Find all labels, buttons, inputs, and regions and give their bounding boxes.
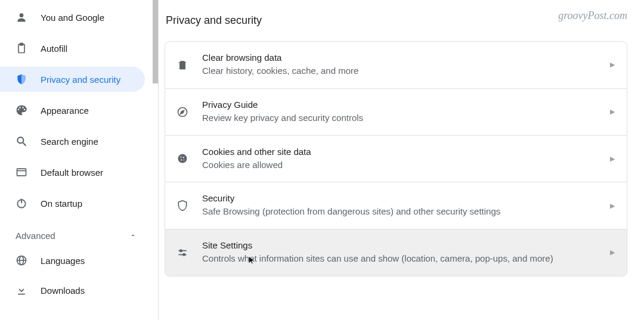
row-desc: Controls what information sites can use … [202, 252, 603, 265]
svg-line-4 [23, 143, 26, 146]
chevron-right-icon: ▶ [610, 155, 615, 163]
row-title: Clear browsing data [202, 52, 603, 63]
sidebar-item-label: Autofill [41, 44, 67, 54]
sidebar-item-privacy-security[interactable]: Privacy and security [0, 67, 145, 92]
sidebar-item-label: Languages [41, 256, 85, 266]
palette-icon [16, 104, 27, 116]
globe-icon [16, 254, 27, 266]
browser-icon [16, 166, 27, 178]
sidebar-item-label: On startup [41, 198, 82, 209]
main-content: groovyPost.com Privacy and security Clea… [159, 0, 644, 320]
row-desc: Review key privacy and security controls [202, 111, 603, 125]
sidebar-item-appearance[interactable]: Appearance [0, 98, 145, 123]
row-text: Security Safe Browsing (protection from … [202, 193, 603, 218]
row-clear-browsing-data[interactable]: Clear browsing data Clear history, cooki… [165, 42, 627, 89]
advanced-label: Advanced [16, 231, 55, 241]
row-cookies[interactable]: Cookies and other site data Cookies are … [165, 136, 627, 183]
svg-point-15 [183, 157, 184, 159]
row-text: Site Settings Controls what information … [202, 240, 603, 265]
row-site-settings[interactable]: Site Settings Controls what information … [165, 229, 627, 276]
sidebar-item-label: Default browser [41, 167, 103, 178]
svg-point-21 [183, 254, 185, 256]
chevron-right-icon: ▶ [610, 248, 615, 256]
sliders-icon [176, 246, 189, 259]
svg-point-13 [178, 154, 187, 163]
svg-rect-2 [20, 44, 23, 45]
svg-point-3 [17, 137, 23, 143]
row-text: Privacy Guide Review key privacy and sec… [202, 100, 603, 125]
sidebar-item-languages[interactable]: Languages [0, 248, 158, 273]
row-desc: Clear history, cookies, cache, and more [202, 64, 603, 77]
svg-point-17 [184, 160, 185, 161]
row-security[interactable]: Security Safe Browsing (protection from … [165, 182, 627, 229]
svg-point-16 [181, 160, 182, 161]
svg-point-14 [180, 157, 181, 158]
svg-rect-5 [17, 169, 26, 176]
row-privacy-guide[interactable]: Privacy Guide Review key privacy and sec… [165, 89, 627, 136]
clipboard-icon [16, 42, 27, 54]
search-icon [16, 135, 27, 147]
chevron-right-icon: ▶ [610, 61, 615, 69]
row-desc: Safe Browsing (protection from dangerous… [202, 205, 603, 218]
sidebar-item-label: You and Google [41, 13, 104, 23]
row-title: Site Settings [202, 240, 603, 250]
scrollbar-thumb[interactable] [153, 0, 158, 83]
chevron-up-icon [129, 232, 137, 239]
sidebar-item-autofill[interactable]: Autofill [0, 36, 145, 61]
chevron-right-icon: ▶ [610, 108, 615, 116]
person-icon [16, 11, 27, 23]
row-title: Privacy Guide [202, 100, 603, 110]
shield-icon [16, 73, 27, 85]
sidebar-item-label: Privacy and security [41, 74, 120, 85]
trash-icon [176, 58, 189, 72]
cookie-icon [176, 152, 189, 165]
sidebar-item-on-startup[interactable]: On startup [0, 191, 145, 216]
shield-outline-icon [176, 199, 189, 212]
row-text: Clear browsing data Clear history, cooki… [202, 52, 603, 77]
watermark: groovyPost.com [558, 10, 627, 22]
chevron-right-icon: ▶ [610, 202, 615, 210]
row-title: Cookies and other site data [202, 147, 603, 157]
sidebar-item-default-browser[interactable]: Default browser [0, 160, 145, 185]
download-icon [16, 284, 27, 296]
sidebar-item-downloads[interactable]: Downloads [0, 278, 158, 303]
advanced-section-toggle[interactable]: Advanced [0, 223, 158, 248]
compass-icon [176, 105, 189, 119]
settings-card: Clear browsing data Clear history, cooki… [165, 41, 627, 276]
sidebar-item-you-and-google[interactable]: You and Google [0, 5, 145, 30]
sidebar-item-label: Appearance [41, 105, 89, 116]
svg-point-0 [20, 13, 24, 17]
sidebar-item-search-engine[interactable]: Search engine [0, 129, 145, 154]
power-icon [16, 197, 27, 209]
row-text: Cookies and other site data Cookies are … [202, 147, 603, 172]
sidebar-item-label: Search engine [41, 136, 98, 147]
sidebar: You and Google Autofill Privacy and secu… [0, 0, 159, 320]
sidebar-item-label: Downloads [41, 285, 85, 296]
row-desc: Cookies are allowed [202, 159, 603, 172]
row-title: Security [202, 193, 603, 203]
svg-point-19 [180, 250, 182, 251]
